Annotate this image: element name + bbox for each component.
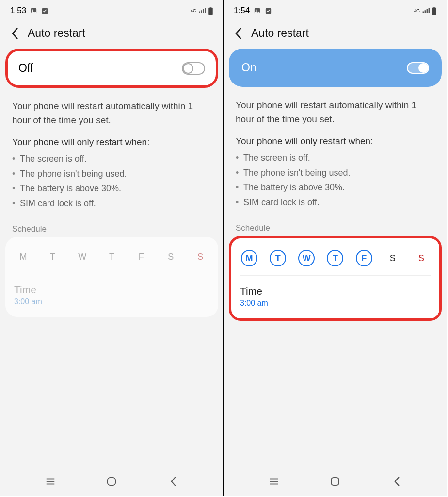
picture-icon [30, 7, 37, 15]
svg-rect-13 [433, 7, 435, 8]
signal-icon [198, 7, 206, 14]
checkbox-icon [265, 7, 272, 15]
condition-item: The battery is above 30%. [20, 181, 211, 196]
svg-point-10 [256, 9, 257, 11]
svg-rect-3 [208, 7, 213, 14]
time-row[interactable]: Time 3:00 am [240, 276, 431, 308]
nav-back-button[interactable] [387, 472, 406, 491]
network-label: 4G [414, 9, 420, 13]
nav-bar [224, 467, 447, 496]
svg-rect-17 [331, 478, 339, 485]
day-wed: W [74, 248, 91, 265]
schedule-heading: Schedule [224, 216, 447, 236]
day-fri: F [133, 248, 149, 265]
nav-bar [0, 467, 223, 496]
day-sun: S [192, 248, 208, 265]
description-text: Your phone will restart automatically wi… [224, 87, 447, 126]
nav-recent-button[interactable] [41, 472, 60, 491]
conditions-list: The screen is off. The phone isn't being… [224, 150, 447, 216]
day-sun[interactable]: S [413, 250, 430, 266]
schedule-card: M T W T F S S Time 3:00 am [5, 237, 218, 317]
condition-item: The phone isn't being used. [20, 166, 211, 182]
header: Auto restart [224, 21, 447, 49]
battery-icon [208, 7, 213, 15]
conditions-list: The screen is off. The phone isn't being… [0, 151, 223, 217]
day-mon: M [15, 248, 32, 265]
toggle-switch-off[interactable] [182, 62, 205, 75]
day-thu[interactable]: T [327, 250, 343, 266]
day-thu: T [103, 248, 120, 265]
status-bar: 1:53 4G [0, 0, 223, 21]
picture-icon [254, 7, 261, 15]
svg-rect-4 [210, 7, 211, 8]
screen-left: 1:53 4G Auto restart Off Your phone w [0, 0, 224, 496]
day-tue: T [45, 248, 61, 265]
toggle-label: On [241, 61, 256, 74]
schedule-heading: Schedule [0, 217, 223, 237]
toggle-switch-on[interactable] [407, 62, 429, 74]
network-label: 4G [191, 9, 196, 13]
days-row: M T W T F S S [240, 247, 431, 276]
page-title: Auto restart [28, 27, 85, 40]
toggle-label: Off [18, 62, 33, 75]
page-title: Auto restart [251, 27, 309, 40]
conditions-title: Your phone will only restart when: [224, 126, 447, 150]
time-row: Time 3:00 am [14, 274, 209, 306]
condition-item: The battery is above 30%. [243, 180, 435, 195]
condition-item: The screen is off. [20, 151, 211, 166]
signal-icon [422, 7, 430, 14]
back-button[interactable] [8, 27, 21, 40]
time-value: 3:00 am [240, 299, 431, 308]
day-tue[interactable]: T [270, 250, 286, 266]
nav-home-button[interactable] [325, 472, 345, 491]
nav-home-button[interactable] [102, 472, 121, 491]
day-fri[interactable]: F [356, 250, 372, 266]
condition-item: SIM card lock is off. [20, 196, 211, 211]
screen-right: 1:54 4G Auto restart On Your phone wi [224, 0, 447, 496]
condition-item: The screen is off. [243, 150, 435, 166]
svg-point-1 [32, 9, 33, 11]
conditions-title: Your phone will only restart when: [0, 127, 223, 151]
checkbox-icon [41, 7, 48, 15]
svg-rect-8 [108, 478, 115, 485]
master-toggle-row[interactable]: On [229, 49, 442, 87]
description-text: Your phone will restart automatically wi… [0, 88, 223, 127]
nav-back-button[interactable] [163, 472, 183, 491]
back-button[interactable] [232, 27, 244, 40]
time-value: 3:00 am [14, 298, 209, 306]
battery-icon [432, 7, 437, 15]
status-time: 1:53 [10, 6, 26, 16]
header: Auto restart [0, 21, 223, 49]
day-wed[interactable]: W [298, 250, 315, 266]
schedule-card: M T W T F S S Time 3:00 am [229, 236, 442, 321]
condition-item: The phone isn't being used. [243, 166, 435, 181]
svg-rect-12 [432, 7, 436, 14]
master-toggle-row[interactable]: Off [5, 49, 218, 88]
status-time: 1:54 [234, 6, 250, 16]
day-sat: S [162, 248, 179, 265]
status-bar: 1:54 4G [224, 0, 447, 21]
day-mon[interactable]: M [241, 250, 257, 266]
days-row: M T W T F S S [14, 246, 209, 274]
day-sat[interactable]: S [384, 250, 401, 266]
time-label: Time [14, 284, 209, 296]
time-label: Time [240, 285, 431, 297]
condition-item: SIM card lock is off. [243, 195, 435, 210]
nav-recent-button[interactable] [264, 472, 284, 491]
